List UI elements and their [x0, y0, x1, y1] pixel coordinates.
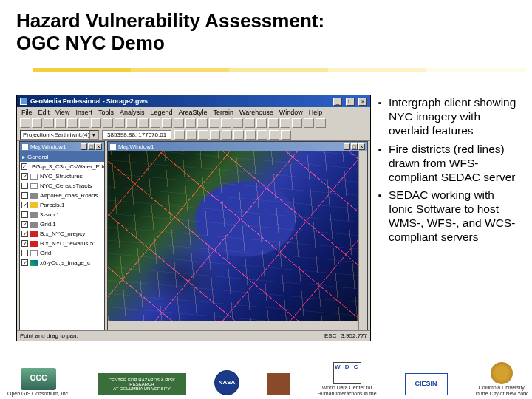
pane-minimize-button[interactable]: _: [344, 143, 350, 150]
layer-checkbox[interactable]: [21, 192, 28, 199]
toolbar-button[interactable]: [79, 118, 89, 128]
title-underline: [33, 68, 525, 72]
map-pane: MapWindow1 _ □ ×: [107, 141, 368, 330]
toolbar-button[interactable]: [115, 118, 125, 128]
toolbar-button[interactable]: [316, 118, 326, 128]
toolbar-button[interactable]: [32, 118, 42, 128]
toolbar-button[interactable]: [304, 118, 314, 128]
bullet-column: ▪Intergraph client showing NYC imagery w…: [378, 95, 522, 355]
minimize-button[interactable]: _: [333, 98, 342, 106]
layer-name: Parcels.1: [40, 202, 64, 208]
layer-swatch: [30, 231, 38, 237]
toolbar-button[interactable]: [233, 130, 244, 140]
title-line1: Hazard Vulnerability Assessment:: [16, 10, 532, 33]
menu-terrain[interactable]: Terrain: [214, 109, 234, 116]
menu-areastyle[interactable]: AreaStyle: [178, 109, 207, 116]
toolbar-button[interactable]: [268, 118, 279, 128]
toolbar-button[interactable]: [91, 118, 101, 128]
toolbar-button[interactable]: [209, 118, 219, 128]
horizontal-scrollbar[interactable]: [108, 321, 358, 330]
layer-swatch: [30, 222, 38, 228]
pane-close-button[interactable]: ×: [358, 143, 365, 150]
layer-row[interactable]: ✓Parcels.1: [20, 200, 104, 210]
toolbar-button[interactable]: [162, 118, 172, 128]
columbia-caption1: Columbia University: [479, 385, 525, 390]
toolbar-button[interactable]: [186, 130, 197, 140]
menu-help[interactable]: Help: [309, 109, 323, 116]
toolbar-button[interactable]: [281, 130, 291, 140]
title-line2: OGC NYC Demo: [16, 33, 532, 55]
layer-checkbox[interactable]: ✓: [21, 163, 27, 170]
layer-name: BG-p_3_C3o_CsWater_Edn:n.c2: [32, 163, 104, 170]
toolbar-button[interactable]: [198, 130, 208, 140]
menu-tools[interactable]: Tools: [98, 109, 114, 116]
menu-view[interactable]: View: [55, 109, 69, 116]
screenshot-column: GeoMedia Professional - Storage2.gws _ □…: [16, 95, 371, 355]
menu-legend[interactable]: Legend: [150, 109, 172, 116]
layer-row[interactable]: ✓Grid.1: [20, 219, 104, 229]
menu-analysis[interactable]: Analysis: [120, 109, 145, 116]
menu-window[interactable]: Window: [279, 109, 303, 116]
toolbar-button[interactable]: [150, 118, 160, 128]
layer-row[interactable]: ✓BG-p_3_C3o_CsWater_Edn:n.c2: [20, 162, 104, 171]
bullet-item: ▪Intergraph client showing NYC imagery w…: [378, 96, 522, 138]
layer-row[interactable]: Airpol+e_c5as_Roads: [20, 191, 104, 200]
projection-combo[interactable]: Projection <Earth.iwnt.(4): [20, 130, 99, 140]
toolbar-button[interactable]: [197, 118, 208, 128]
toolbar-button[interactable]: [185, 118, 196, 128]
layer-checkbox[interactable]: ✓: [21, 240, 28, 247]
toolbar-button[interactable]: [257, 130, 267, 140]
toolbar-button[interactable]: [44, 118, 54, 128]
bullet-marker-icon: ▪: [378, 143, 389, 185]
menu-warehouse[interactable]: Warehouse: [239, 109, 273, 116]
toolbar-button[interactable]: [55, 118, 66, 128]
layer-checkbox[interactable]: [21, 250, 28, 256]
toolbar-button[interactable]: [222, 130, 232, 140]
pane-maximize-button[interactable]: □: [351, 143, 358, 150]
toolbar-button[interactable]: [269, 130, 279, 140]
layer-row[interactable]: 3-sub.1: [20, 210, 104, 219]
toolbar-button[interactable]: [126, 118, 137, 128]
toolbar-button[interactable]: [280, 118, 290, 128]
layer-checkbox[interactable]: ✓: [21, 221, 28, 228]
toolbar-button[interactable]: [233, 118, 243, 128]
toolbar-button[interactable]: [221, 118, 231, 128]
toolbar-button[interactable]: [174, 130, 185, 140]
layer-checkbox[interactable]: ✓: [21, 259, 28, 266]
layer-checkbox[interactable]: ✓: [21, 173, 28, 180]
layer-name: NYC_CensusTracts: [40, 183, 92, 189]
menu-edit[interactable]: Edit: [38, 109, 50, 116]
toolbar-button[interactable]: [174, 118, 184, 128]
maximize-button[interactable]: □: [346, 98, 355, 106]
layer-checkbox[interactable]: ✓: [21, 231, 28, 237]
layer-checkbox[interactable]: ✓: [21, 202, 28, 208]
toolbar-button[interactable]: [245, 130, 256, 140]
toolbar-button[interactable]: [210, 130, 220, 140]
menu-insert[interactable]: Insert: [75, 109, 92, 116]
toolbar-button[interactable]: [292, 118, 302, 128]
close-button[interactable]: ×: [358, 98, 367, 106]
layer-row[interactable]: ✓NYC_Structures: [20, 171, 104, 181]
toolbar-button[interactable]: [245, 118, 255, 128]
toolbar-button[interactable]: [67, 118, 78, 128]
secondary-toolbar: Projection <Earth.iwnt.(4) 385398.88, 17…: [17, 129, 370, 141]
toolbar-button[interactable]: [256, 118, 267, 128]
menu-file[interactable]: File: [21, 109, 33, 116]
legend-group-header[interactable]: ▸ General: [20, 151, 104, 162]
coordinate-readout: 385398.88, 177070.01: [102, 130, 171, 140]
map-canvas[interactable]: [108, 151, 358, 321]
layer-row[interactable]: NYC_CensusTracts: [20, 181, 104, 191]
vertical-scrollbar[interactable]: [358, 151, 367, 330]
layer-row[interactable]: Grid: [20, 248, 104, 258]
layer-row[interactable]: ✓x6-yOc:js_image_c: [20, 258, 104, 267]
toolbar-button[interactable]: [103, 118, 113, 128]
toolbar-button[interactable]: [20, 118, 30, 128]
layer-row[interactable]: ✓B.x_NYC_nrepcy: [20, 229, 104, 239]
layer-checkbox[interactable]: [21, 211, 28, 218]
toolbar-button[interactable]: [138, 118, 149, 128]
pane-maximize-button[interactable]: □: [88, 143, 95, 150]
layer-row[interactable]: ✓B.x_NYC_"ewatus.5": [20, 239, 104, 248]
pane-minimize-button[interactable]: _: [81, 143, 87, 150]
pane-close-button[interactable]: ×: [95, 143, 102, 150]
layer-checkbox[interactable]: [21, 183, 28, 189]
